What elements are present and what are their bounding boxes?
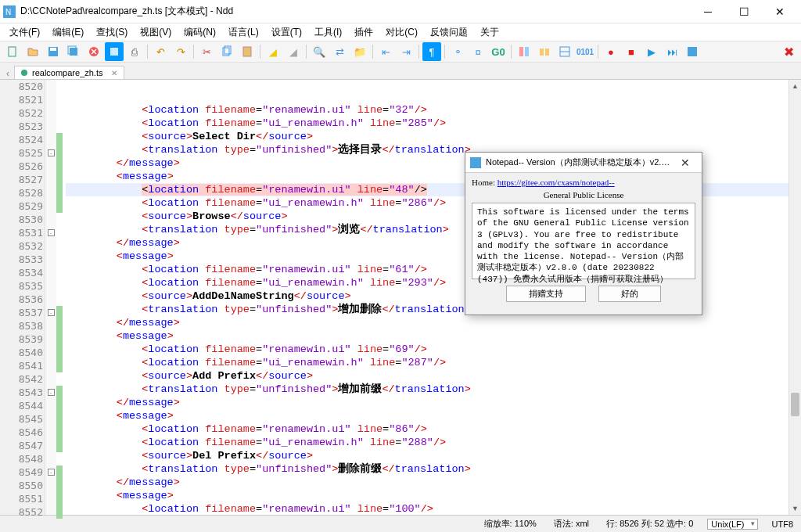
app-icon: N (3, 5, 16, 18)
tabbar: ‹ realcompare_zh.ts ✕ (0, 63, 801, 80)
scroll-up-icon[interactable]: ▲ (789, 80, 801, 92)
tab-label: realcompare_zh.ts (32, 68, 103, 77)
play-icon[interactable]: ▶ (642, 42, 661, 61)
fold-toggle-icon[interactable]: - (48, 389, 55, 396)
diff-folders-icon[interactable] (535, 42, 554, 61)
line-number-gutter: 8520852185228523852485258526852785288529… (0, 80, 45, 515)
menu-item[interactable]: 关于 (474, 24, 505, 41)
home-link[interactable]: https://gitee.com/cxasm/notepad-- (497, 178, 615, 187)
change-margin (56, 80, 63, 515)
menu-item[interactable]: 反馈问题 (424, 24, 474, 41)
maximize-button[interactable]: ☐ (726, 0, 762, 23)
gpl-heading: General Public License (472, 190, 695, 200)
menu-item[interactable]: 插件 (348, 24, 379, 41)
encoding-status: UTF8 (769, 519, 797, 529)
toolbar: ⎙ ↶ ↷ ✂ ◢ ◢ 🔍 ⇄ 📁 ⇤ ⇥ ¶ ⚬ ¤ G0 0101 ● ■ … (0, 41, 801, 63)
minimize-button[interactable]: ─ (690, 0, 726, 23)
open-file-icon[interactable] (23, 42, 42, 61)
donate-button[interactable]: 捐赠支持 (506, 286, 586, 302)
svg-rect-12 (519, 47, 523, 56)
menu-item[interactable]: 语言(L) (222, 24, 265, 41)
menu-item[interactable]: 编码(N) (178, 24, 222, 41)
cut-icon[interactable]: ✂ (197, 42, 216, 61)
zoom-status: 缩放率: 110% (481, 518, 540, 530)
scroll-thumb[interactable] (791, 393, 799, 416)
eol-select[interactable]: Unix(LF) (707, 519, 757, 530)
menubar: 文件(F)编辑(E)查找(S)视图(V)编码(N)语言(L)设置(T)工具(I)… (0, 23, 801, 41)
new-file-icon[interactable] (3, 42, 22, 61)
scroll-down-icon[interactable]: ▼ (789, 502, 801, 515)
svg-rect-14 (540, 49, 544, 56)
close-file-icon[interactable] (84, 42, 103, 61)
svg-rect-4 (50, 48, 56, 51)
redo-icon[interactable]: ↷ (171, 42, 190, 61)
diff-files-icon[interactable] (515, 42, 533, 61)
license-text-box[interactable]: This software is licensed under the term… (472, 203, 695, 279)
dialog-titlebar[interactable]: Notepad-- Version（内部测试非稳定版本）v2.8.0 (date… (465, 153, 702, 173)
position-status: 行: 8526 列: 52 选中: 0 (603, 518, 696, 530)
indent-right-icon[interactable]: ⇥ (397, 42, 415, 61)
menu-item[interactable]: 设置(T) (265, 24, 308, 41)
lang-status: 语法: xml (551, 518, 592, 530)
goto-icon[interactable]: G0 (489, 42, 508, 61)
ok-button[interactable]: 好的 (598, 286, 661, 302)
toolbar-mode-icon[interactable] (105, 42, 124, 61)
fold-toggle-icon[interactable]: - (48, 149, 55, 156)
clear-highlight-icon[interactable]: ◢ (284, 42, 303, 61)
fold-toggle-icon[interactable]: - (48, 469, 55, 476)
menu-item[interactable]: 视图(V) (134, 24, 178, 41)
vertical-scrollbar[interactable]: ▲ ▼ (788, 80, 801, 515)
save-all-icon[interactable] (64, 42, 83, 61)
whitespace-icon[interactable]: ⚬ (448, 42, 467, 61)
diff-sync-icon[interactable] (555, 42, 574, 61)
fold-toggle-icon[interactable]: - (48, 309, 55, 316)
menu-item[interactable]: 对比(C) (379, 24, 424, 41)
menu-item[interactable]: 工具(I) (308, 24, 348, 41)
find-icon[interactable]: 🔍 (310, 42, 329, 61)
dialog-app-icon (470, 157, 481, 168)
home-label: Home: (472, 178, 497, 187)
about-dialog: Notepad-- Version（内部测试非稳定版本）v2.8.0 (date… (465, 152, 702, 315)
find-folder-icon[interactable]: 📁 (350, 42, 369, 61)
undo-icon[interactable]: ↶ (151, 42, 170, 61)
play-multi-icon[interactable]: ⏭ (663, 42, 681, 61)
menu-item[interactable]: 编辑(E) (46, 24, 90, 41)
svg-rect-2 (9, 47, 16, 56)
dialog-close-icon[interactable]: ✕ (673, 156, 697, 169)
record-icon[interactable]: ● (602, 42, 620, 61)
menu-item[interactable]: 查找(S) (90, 24, 134, 41)
save-icon[interactable] (44, 42, 63, 61)
statusbar: 缩放率: 110% 语法: xml 行: 8526 列: 52 选中: 0 Un… (0, 515, 801, 532)
close-button[interactable]: ✕ (762, 0, 798, 23)
window-title: D:\CCNotePad\realcompare_zh.ts [文本模式] - … (20, 5, 690, 18)
copy-icon[interactable] (217, 42, 236, 61)
fold-toggle-icon[interactable]: - (48, 229, 55, 236)
hex-icon[interactable]: 0101 (576, 42, 594, 61)
svg-rect-13 (525, 47, 529, 56)
modified-dot-icon (21, 70, 27, 76)
tab-close-icon[interactable]: ✕ (111, 69, 117, 77)
dialog-title: Notepad-- Version（内部测试非稳定版本）v2.8.0 (date… (486, 156, 673, 168)
stop-icon[interactable]: ■ (622, 42, 641, 61)
indent-left-icon[interactable]: ⇤ (376, 42, 395, 61)
menu-item[interactable]: 文件(F) (3, 24, 46, 41)
close-all-icon[interactable]: ✖ (779, 42, 798, 61)
svg-text:N: N (5, 8, 11, 16)
replace-icon[interactable]: ⇄ (330, 42, 349, 61)
print-icon[interactable]: ⎙ (125, 42, 144, 61)
svg-rect-15 (545, 49, 549, 56)
tab-prev-icon[interactable]: ‹ (3, 68, 13, 79)
macro-save-icon[interactable] (683, 42, 702, 61)
home-line: Home: https://gitee.com/cxasm/notepad-- (472, 178, 695, 187)
highlight-icon[interactable]: ◢ (264, 42, 282, 61)
window-titlebar: N D:\CCNotePad\realcompare_zh.ts [文本模式] … (0, 0, 801, 23)
fold-column: ----- (45, 80, 56, 515)
wrap-toggle-icon[interactable]: ¶ (422, 42, 441, 61)
paste-icon[interactable] (238, 42, 257, 61)
svg-rect-17 (688, 47, 697, 56)
svg-rect-8 (110, 48, 118, 56)
file-tab[interactable]: realcompare_zh.ts ✕ (14, 66, 124, 79)
svg-rect-11 (243, 47, 251, 56)
symbol-icon[interactable]: ¤ (469, 42, 487, 61)
